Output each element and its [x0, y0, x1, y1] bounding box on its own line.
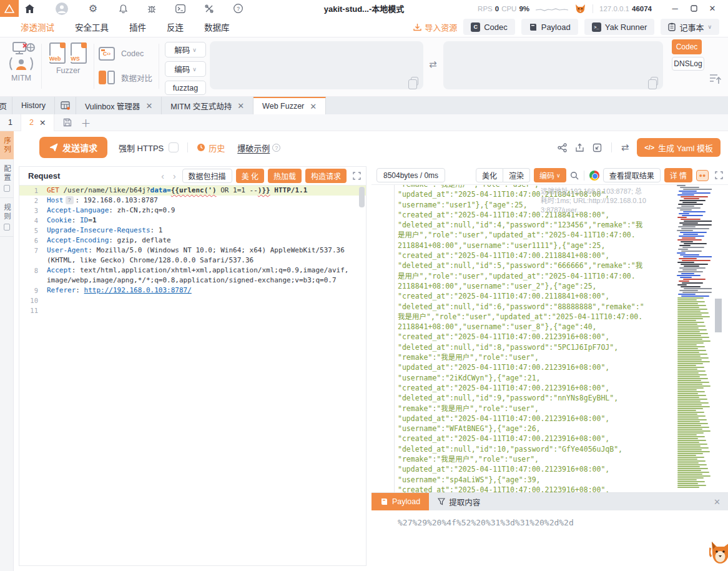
- import-template-icon[interactable]: [593, 143, 602, 152]
- view-extract-result-button[interactable]: 查看提取结果: [603, 168, 661, 182]
- request-editor[interactable]: 1GET /user/name/like/b64j?data={{urlenc(…: [19, 186, 366, 565]
- response-encode-dropdown[interactable]: 编码∨: [534, 168, 566, 182]
- rail-tab-配置[interactable]: 配置: [0, 159, 14, 198]
- tab-extract-content[interactable]: 提取内容: [429, 493, 489, 510]
- rail-tab-规则[interactable]: 规则: [0, 198, 14, 237]
- tab-icon-grid[interactable]: [55, 97, 76, 114]
- minimize-button[interactable]: ─: [666, 0, 684, 17]
- menu-item[interactable]: 插件: [129, 21, 146, 33]
- subtab-close-icon[interactable]: ✕: [39, 118, 46, 127]
- rail-tab-序列[interactable]: 序列: [0, 131, 14, 159]
- swap-arrows-icon[interactable]: ⇄: [429, 59, 437, 70]
- response-render-button[interactable]: 渲染: [503, 168, 530, 182]
- info-icon[interactable]: ?: [272, 144, 280, 152]
- chrome-icon[interactable]: [589, 171, 599, 181]
- terminal-icon[interactable]: [170, 0, 191, 17]
- help-icon[interactable]: ?: [227, 0, 248, 17]
- tab-MITM 交互式劫持[interactable]: MITM 交互式劫持✕: [162, 97, 253, 114]
- request-scrollbar[interactable]: [359, 187, 365, 207]
- response-scrollbar[interactable]: [714, 185, 722, 492]
- request-line: 11: [19, 305, 366, 315]
- construct-request-button[interactable]: 构造请求: [305, 169, 347, 183]
- fuzzer-subtab-2[interactable]: 2✕: [21, 114, 54, 131]
- web-fuzzer-icon[interactable]: [49, 42, 66, 64]
- line-number: [19, 276, 47, 286]
- notifications-bell-icon[interactable]: [112, 0, 134, 17]
- codec-side-tab[interactable]: Codec: [672, 39, 702, 54]
- notepad-quick-button[interactable]: 记事本 ∨: [661, 19, 719, 35]
- yak-runner-quick-button[interactable]: >_ Yak Runner: [584, 19, 655, 35]
- share-icon[interactable]: [558, 143, 567, 152]
- line-number: 7: [19, 246, 47, 256]
- tab-Web Fuzzer[interactable]: Web Fuzzer✕: [253, 97, 326, 114]
- yak-runner-icon: >_: [592, 22, 601, 32]
- fuzzer-tool[interactable]: Fuzzer: [46, 41, 90, 75]
- tab-close-icon[interactable]: ✕: [237, 101, 244, 111]
- settings-gear-icon[interactable]: ⚙: [82, 0, 104, 17]
- tab-payload[interactable]: Payload: [371, 493, 429, 510]
- encode-dropdown[interactable]: 编码∨: [165, 61, 206, 77]
- avatar[interactable]: [51, 0, 72, 17]
- swap-request-icon[interactable]: ⇄: [621, 142, 629, 153]
- menu-item[interactable]: 渗透测试: [21, 21, 54, 33]
- data-compare-tool[interactable]: 数据对比: [99, 67, 152, 87]
- close-button[interactable]: ✕: [703, 0, 722, 17]
- decode-dropdown[interactable]: 解码∨: [165, 42, 206, 57]
- force-https-checkbox[interactable]: [169, 142, 179, 152]
- tab-History[interactable]: History: [12, 97, 55, 114]
- menu-item[interactable]: 反连: [167, 21, 184, 33]
- menubar: 渗透测试安全工具插件反连数据库 导入资源 C Codec Payload >_ …: [0, 17, 728, 37]
- tab-首页[interactable]: 首页: [0, 97, 12, 114]
- host-hint-badge[interactable]: ?: [66, 196, 74, 204]
- generate-yaml-button[interactable]: </> 生成 Yaml 模板: [637, 138, 721, 157]
- copy-icon[interactable]: [411, 77, 418, 86]
- tab-Vulinbox 管理器[interactable]: Vulinbox 管理器✕: [76, 97, 162, 114]
- line-number: 9: [19, 286, 47, 295]
- response-beautify-button[interactable]: 美化: [476, 168, 503, 182]
- detail-button[interactable]: 详 情: [664, 168, 692, 182]
- yakit-logo-icon[interactable]: [0, 0, 19, 17]
- prev-request-icon[interactable]: ‹: [159, 171, 167, 181]
- next-request-icon[interactable]: ›: [170, 171, 179, 181]
- chat-bubble-icon[interactable]: ●●: [696, 170, 709, 181]
- save-icon[interactable]: [63, 118, 72, 127]
- export-icon[interactable]: [575, 143, 584, 152]
- maximize-button[interactable]: [684, 0, 703, 17]
- menu-item[interactable]: 数据库: [204, 21, 230, 33]
- tab-close-icon[interactable]: ✕: [310, 102, 317, 111]
- packet-scan-button[interactable]: 数据包扫描: [182, 169, 232, 183]
- home-icon[interactable]: [19, 0, 40, 17]
- menu-item[interactable]: 安全工具: [75, 21, 109, 33]
- sort-icon[interactable]: [709, 72, 722, 86]
- fullscreen-icon[interactable]: [715, 171, 723, 179]
- codec-tool[interactable]: C‹› Codec: [99, 44, 152, 64]
- add-tab-button[interactable]: ＋: [81, 115, 91, 130]
- dnslog-side-tab[interactable]: DNSLog: [672, 57, 704, 71]
- scrollbar-thumb[interactable]: [715, 299, 722, 332]
- response-editor[interactable]: "remake":"我是用户","role":"user","updated_a…: [371, 185, 728, 492]
- hotload-button[interactable]: 热加载: [268, 169, 302, 183]
- blast-example-link[interactable]: 爆破示例: [237, 142, 270, 154]
- ws-fuzzer-icon[interactable]: [71, 42, 87, 64]
- close-icon[interactable]: ✕: [714, 497, 728, 507]
- bug-icon[interactable]: [141, 0, 162, 17]
- tab-close-icon[interactable]: ✕: [145, 101, 152, 111]
- copy-icon[interactable]: [651, 77, 658, 86]
- mitm-tool[interactable]: MITM: [4, 41, 39, 82]
- tab-label: History: [21, 101, 46, 110]
- beautify-button[interactable]: 美 化: [236, 169, 264, 183]
- fuzztag-button[interactable]: fuzztag: [165, 81, 206, 95]
- send-request-button[interactable]: 发送请求: [39, 137, 107, 158]
- codec-input-area[interactable]: [210, 41, 423, 89]
- fox-icon[interactable]: [574, 4, 586, 14]
- fuzzer-subtab-1[interactable]: 1: [0, 114, 21, 131]
- fullscreen-icon[interactable]: [353, 172, 361, 180]
- codec-quick-button[interactable]: C Codec: [463, 19, 515, 35]
- search-icon[interactable]: [570, 171, 579, 180]
- tools-wrench-icon[interactable]: [199, 0, 220, 17]
- import-resources-button[interactable]: 导入资源: [413, 21, 457, 33]
- payload-quick-button[interactable]: Payload: [521, 19, 578, 35]
- codec-output-area[interactable]: [443, 41, 663, 89]
- response-minimap[interactable]: [676, 185, 712, 492]
- history-button[interactable]: 历史: [197, 142, 225, 154]
